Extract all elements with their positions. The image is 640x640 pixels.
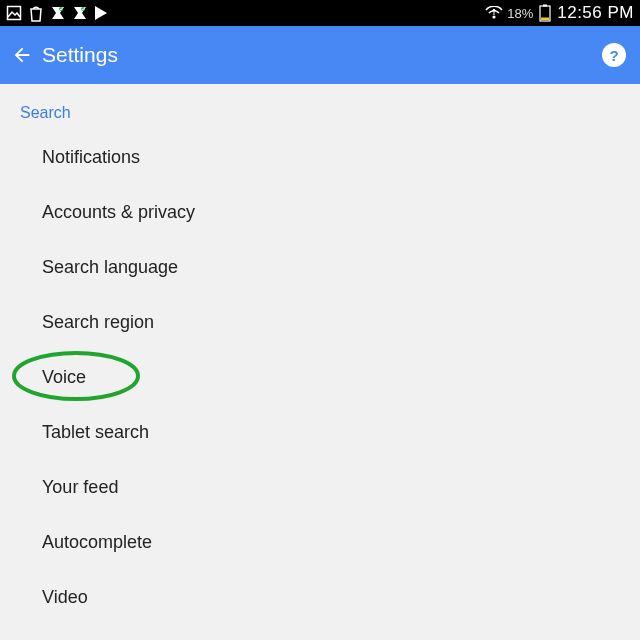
status-clock: 12:56 PM — [557, 3, 634, 23]
battery-percent: 18% — [507, 6, 533, 21]
wifi-icon — [485, 4, 503, 22]
settings-item-search-region[interactable]: Search region — [0, 295, 640, 350]
settings-item-your-feed[interactable]: Your feed — [0, 460, 640, 515]
svg-point-3 — [493, 15, 496, 18]
battery-icon — [539, 4, 551, 22]
settings-item-search-language[interactable]: Search language — [0, 240, 640, 295]
play-badge-icon — [72, 4, 88, 22]
back-button[interactable] — [6, 39, 38, 71]
app-bar: Settings ? — [0, 26, 640, 84]
section-header-search: Search — [0, 84, 640, 130]
svg-rect-6 — [541, 18, 549, 21]
image-icon — [6, 4, 22, 22]
question-mark-icon: ? — [609, 47, 618, 64]
play-badge-icon — [50, 4, 66, 22]
help-button[interactable]: ? — [602, 43, 626, 67]
settings-item-autocomplete[interactable]: Autocomplete — [0, 515, 640, 570]
android-status-bar: 18% 12:56 PM — [0, 0, 640, 26]
settings-item-voice[interactable]: Voice — [0, 350, 640, 405]
settings-item-about[interactable]: About — [0, 625, 640, 640]
page-title: Settings — [42, 43, 602, 67]
shopping-bag-icon — [28, 4, 44, 22]
status-left-icons — [6, 4, 108, 22]
status-right-icons: 18% 12:56 PM — [485, 3, 634, 23]
settings-content: Search Notifications Accounts & privacy … — [0, 84, 640, 640]
svg-rect-5 — [543, 5, 547, 7]
play-store-icon — [94, 4, 108, 22]
svg-point-7 — [14, 353, 138, 399]
highlight-annotation — [8, 348, 158, 404]
settings-item-notifications[interactable]: Notifications — [0, 130, 640, 185]
settings-item-video[interactable]: Video — [0, 570, 640, 625]
settings-item-accounts-privacy[interactable]: Accounts & privacy — [0, 185, 640, 240]
settings-item-tablet-search[interactable]: Tablet search — [0, 405, 640, 460]
